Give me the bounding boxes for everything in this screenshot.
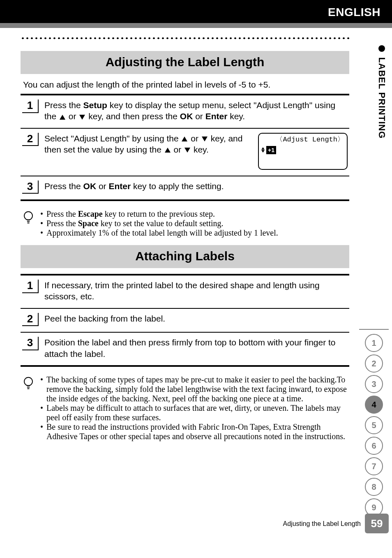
t: or <box>193 111 205 121</box>
footer-running-title: Adjusting the Label Length <box>283 520 361 528</box>
step-number: 1 <box>22 280 39 293</box>
section1-step: 3 Press the OK or Enter key to apply the… <box>21 176 349 201</box>
step-body: Peel the backing from the label. <box>44 313 348 324</box>
side-panel: LABEL PRINTING 123456789 <box>356 33 392 558</box>
step-body: Select "Adjust Length" by using the or k… <box>44 133 348 170</box>
step-body: Press the Setup key to display the setup… <box>44 100 348 122</box>
lcd-preview: 〈Adjust Length〉 +1 <box>258 133 348 170</box>
t: Press the <box>46 209 78 218</box>
note-item: Labels may be difficult to attach to sur… <box>40 403 349 422</box>
header-bar: ENGLISH <box>0 0 392 23</box>
up-arrow-icon <box>60 115 65 120</box>
t: key to return to the previous step. <box>103 209 215 218</box>
step-body: Position the label and then press firmly… <box>44 337 348 359</box>
t: Select "Adjust Length" by using the <box>44 134 181 143</box>
section2-step: 3 Position the label and then press firm… <box>21 333 349 367</box>
down-arrow-icon <box>184 148 190 153</box>
chapter-text: LABEL PRINTING <box>377 57 387 139</box>
chapter-bullet-icon <box>378 45 385 52</box>
t: Labels may be difficult to attach to sur… <box>46 403 349 422</box>
t: or <box>171 145 184 154</box>
step-number: 3 <box>22 337 39 350</box>
dotted-rule <box>21 37 349 39</box>
up-arrow-icon <box>165 148 171 153</box>
step-number: 1 <box>22 100 39 113</box>
page-content: Adjusting the Label Length You can adjus… <box>21 37 349 449</box>
lightbulb-icon <box>22 210 35 226</box>
chapter-tab-7[interactable]: 7 <box>365 457 383 475</box>
lcd-value: +1 <box>266 146 276 154</box>
section1-step: 1 Press the Setup key to display the set… <box>21 95 349 129</box>
notes-list: The backing of some types of tapes may b… <box>40 375 349 441</box>
note-item: Approximately 1% of the total label leng… <box>40 228 349 238</box>
chapter-tab-6[interactable]: 6 <box>365 437 383 455</box>
key-enter: Enter <box>205 111 228 121</box>
t: Press the <box>44 181 83 191</box>
t: key to set the value to default setting. <box>99 219 224 228</box>
chapter-tab-4[interactable]: 4 <box>365 396 383 414</box>
t: Press the <box>44 100 83 110</box>
t: Approximately 1% of the total label leng… <box>46 228 278 238</box>
chapter-tab-3[interactable]: 3 <box>365 375 383 393</box>
t: key to apply the setting. <box>131 181 224 191</box>
note-item: Be sure to read the instructions provide… <box>40 422 349 441</box>
t: or <box>96 181 108 191</box>
notes-list: Press the Escape key to return to the pr… <box>40 209 349 238</box>
chapter-label: LABEL PRINTING <box>376 45 387 139</box>
lcd-title: 〈Adjust Length〉 <box>261 135 344 144</box>
chapter-tab-5[interactable]: 5 <box>365 416 383 434</box>
section1-title: Adjusting the Label Length <box>21 51 349 74</box>
step-number: 2 <box>22 133 39 146</box>
section2-step: 1 If necessary, trim the printed label t… <box>21 276 349 309</box>
key-space: Space <box>78 219 99 228</box>
t: The backing of some types of tapes may b… <box>46 375 349 403</box>
language-label: ENGLISH <box>328 6 380 19</box>
note-item: Press the Escape key to return to the pr… <box>40 209 349 219</box>
key-enter: Enter <box>108 181 131 191</box>
updown-arrow-icon <box>261 147 265 153</box>
key-ok: OK <box>83 181 97 191</box>
section2-step: 2 Peel the backing from the label. <box>21 309 349 333</box>
t: key, and then press the <box>86 111 180 121</box>
note-item: Press the Space key to set the value to … <box>40 219 349 228</box>
t: or <box>66 111 78 121</box>
chapter-tab-1[interactable]: 1 <box>365 334 383 352</box>
svg-point-0 <box>24 212 32 220</box>
key-setup: Setup <box>83 100 107 110</box>
chapter-tab-2[interactable]: 2 <box>365 354 383 373</box>
step-body: Press the OK or Enter key to apply the s… <box>44 181 348 192</box>
t: or <box>188 134 201 143</box>
section1-notes: Press the Escape key to return to the pr… <box>22 209 349 238</box>
step-body: If necessary, trim the printed label to … <box>44 280 348 302</box>
note-item: The backing of some types of tapes may b… <box>40 375 349 403</box>
step-number: 3 <box>22 181 39 194</box>
t: key. <box>227 111 245 121</box>
t: Be sure to read the instructions provide… <box>46 422 349 441</box>
tab-divider <box>359 329 389 330</box>
section2-notes: The backing of some types of tapes may b… <box>22 375 349 441</box>
t: Press the <box>46 219 78 228</box>
lcd-value-row: +1 <box>261 146 344 154</box>
section1-step: 2 Select "Adjust Length" by using the or… <box>21 129 349 176</box>
up-arrow-icon <box>182 137 187 141</box>
chapter-tabs: 123456789 <box>359 329 389 519</box>
down-arrow-icon <box>79 115 85 120</box>
chapter-tab-8[interactable]: 8 <box>365 478 383 496</box>
section1-intro: You can adjust the length of the printed… <box>23 80 349 90</box>
t: key. <box>191 145 209 154</box>
lightbulb-icon <box>22 376 35 391</box>
key-escape: Escape <box>78 209 103 218</box>
section2-title: Attaching Labels <box>21 245 349 268</box>
step-number: 2 <box>22 313 39 326</box>
accent-bar <box>0 23 392 28</box>
down-arrow-icon <box>202 137 208 141</box>
page-number-badge: 59 <box>365 514 389 533</box>
key-ok: OK <box>180 111 193 121</box>
svg-point-1 <box>24 377 32 386</box>
